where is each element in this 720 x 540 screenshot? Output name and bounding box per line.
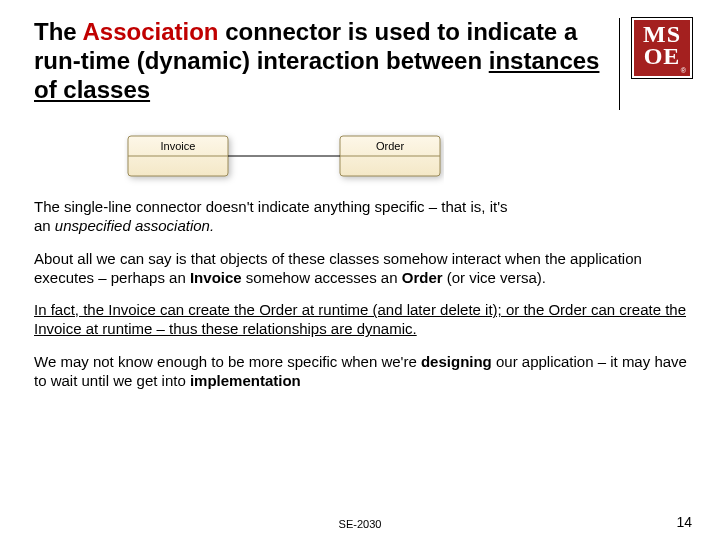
msoe-logo: MS OE ® <box>632 18 692 78</box>
paragraph-1: The single-line connector doesn't indica… <box>34 198 514 236</box>
class-label-order: Order <box>376 140 404 152</box>
p4-a: We may not know enough to be more specif… <box>34 353 421 370</box>
p2-mid: somehow accesses an <box>242 269 402 286</box>
paragraph-2: About all we can say is that objects of … <box>34 250 692 288</box>
paragraph-3: In fact, the Invoice can create the Orde… <box>34 301 692 339</box>
logo-registered: ® <box>681 68 686 74</box>
title-block: The Association connector is used to ind… <box>34 18 620 110</box>
paragraph-4: We may not know enough to be more specif… <box>34 353 692 391</box>
logo-line1: MS <box>643 23 681 45</box>
uml-diagram: Invoice Order <box>124 128 692 188</box>
p2-b1: Invoice <box>190 269 242 286</box>
title-highlight: Association <box>82 18 218 45</box>
p2-c: (or vice versa). <box>443 269 546 286</box>
page-number: 14 <box>676 514 692 530</box>
logo-line2: OE <box>644 45 681 67</box>
header: The Association connector is used to ind… <box>34 18 692 110</box>
p1-b: unspecified association. <box>55 217 214 234</box>
class-label-invoice: Invoice <box>161 140 196 152</box>
footer-course: SE-2030 <box>0 518 720 530</box>
uml-association-diagram: Invoice Order <box>124 128 444 188</box>
title-pre: The <box>34 18 82 45</box>
p2-b2: Order <box>402 269 443 286</box>
p4-b1: designing <box>421 353 492 370</box>
p4-b2: implementation <box>190 372 301 389</box>
slide: The Association connector is used to ind… <box>0 0 720 540</box>
slide-title: The Association connector is used to ind… <box>34 18 611 104</box>
